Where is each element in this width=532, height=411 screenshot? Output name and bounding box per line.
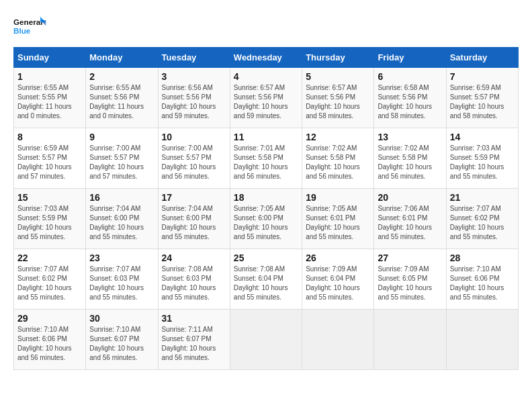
- calendar-cell: 9Sunrise: 7:00 AM Sunset: 5:57 PM Daylig…: [86, 128, 158, 189]
- calendar-table: SundayMondayTuesdayWednesdayThursdayFrid…: [13, 47, 519, 370]
- day-info: Sunrise: 7:10 AM Sunset: 6:07 PM Dayligh…: [89, 325, 154, 363]
- calendar-cell: 18Sunrise: 7:05 AM Sunset: 6:00 PM Dayli…: [230, 189, 302, 249]
- calendar-cell: 24Sunrise: 7:08 AM Sunset: 6:03 PM Dayli…: [158, 249, 230, 310]
- day-info: Sunrise: 6:56 AM Sunset: 5:56 PM Dayligh…: [162, 83, 226, 121]
- day-number: 5: [306, 71, 370, 82]
- day-info: Sunrise: 6:57 AM Sunset: 5:56 PM Dayligh…: [306, 83, 370, 121]
- day-number: 21: [450, 192, 515, 203]
- day-number: 9: [89, 132, 154, 142]
- day-info: Sunrise: 7:02 AM Sunset: 5:58 PM Dayligh…: [306, 144, 370, 181]
- day-info: Sunrise: 6:57 AM Sunset: 5:56 PM Dayligh…: [234, 83, 298, 121]
- svg-text:Blue: Blue: [13, 26, 31, 35]
- calendar-cell: 21Sunrise: 7:07 AM Sunset: 6:02 PM Dayli…: [446, 189, 518, 249]
- calendar-cell: 20Sunrise: 7:06 AM Sunset: 6:01 PM Dayli…: [374, 189, 446, 249]
- weekday-header: Sunday: [14, 48, 86, 68]
- calendar-cell: [302, 310, 374, 370]
- day-number: 4: [234, 71, 298, 82]
- calendar-week-row: 15Sunrise: 7:03 AM Sunset: 5:59 PM Dayli…: [14, 189, 519, 249]
- calendar-cell: [374, 310, 446, 370]
- calendar-cell: 15Sunrise: 7:03 AM Sunset: 5:59 PM Dayli…: [14, 189, 86, 249]
- calendar-cell: 19Sunrise: 7:05 AM Sunset: 6:01 PM Dayli…: [302, 189, 374, 249]
- calendar-cell: 8Sunrise: 6:59 AM Sunset: 5:57 PM Daylig…: [14, 128, 86, 189]
- calendar-cell: 7Sunrise: 6:59 AM Sunset: 5:57 PM Daylig…: [446, 68, 518, 128]
- page-header: General Blue: [13, 13, 519, 40]
- day-info: Sunrise: 7:00 AM Sunset: 5:57 PM Dayligh…: [89, 144, 154, 181]
- day-number: 29: [17, 313, 82, 324]
- calendar-cell: [230, 310, 302, 370]
- day-info: Sunrise: 7:00 AM Sunset: 5:57 PM Dayligh…: [162, 144, 226, 181]
- day-info: Sunrise: 7:07 AM Sunset: 6:02 PM Dayligh…: [450, 204, 515, 242]
- day-number: 28: [450, 253, 515, 263]
- calendar-cell: 31Sunrise: 7:11 AM Sunset: 6:07 PM Dayli…: [158, 310, 230, 370]
- day-number: 23: [89, 253, 154, 263]
- day-info: Sunrise: 7:05 AM Sunset: 6:00 PM Dayligh…: [234, 204, 298, 242]
- day-number: 15: [17, 192, 82, 203]
- calendar-cell: 29Sunrise: 7:10 AM Sunset: 6:06 PM Dayli…: [14, 310, 86, 370]
- day-info: Sunrise: 7:03 AM Sunset: 5:59 PM Dayligh…: [17, 204, 82, 242]
- day-info: Sunrise: 6:59 AM Sunset: 5:57 PM Dayligh…: [17, 144, 82, 181]
- calendar-cell: 17Sunrise: 7:04 AM Sunset: 6:00 PM Dayli…: [158, 189, 230, 249]
- day-number: 7: [450, 71, 515, 82]
- day-number: 17: [162, 192, 226, 203]
- day-info: Sunrise: 7:11 AM Sunset: 6:07 PM Dayligh…: [162, 325, 226, 363]
- weekday-header: Saturday: [446, 48, 518, 68]
- logo: General Blue: [13, 13, 47, 40]
- day-number: 26: [306, 253, 370, 263]
- day-info: Sunrise: 6:55 AM Sunset: 5:55 PM Dayligh…: [17, 83, 82, 121]
- weekday-header: Wednesday: [230, 48, 302, 68]
- day-info: Sunrise: 7:08 AM Sunset: 6:04 PM Dayligh…: [234, 265, 298, 302]
- day-number: 25: [234, 253, 298, 263]
- calendar-cell: 28Sunrise: 7:10 AM Sunset: 6:06 PM Dayli…: [446, 249, 518, 310]
- weekday-header: Tuesday: [158, 48, 230, 68]
- day-number: 19: [306, 192, 370, 203]
- day-number: 6: [378, 71, 442, 82]
- day-info: Sunrise: 7:07 AM Sunset: 6:03 PM Dayligh…: [89, 265, 154, 302]
- day-info: Sunrise: 7:06 AM Sunset: 6:01 PM Dayligh…: [378, 204, 442, 242]
- calendar-week-row: 8Sunrise: 6:59 AM Sunset: 5:57 PM Daylig…: [14, 128, 519, 189]
- calendar-cell: 10Sunrise: 7:00 AM Sunset: 5:57 PM Dayli…: [158, 128, 230, 189]
- calendar-cell: 6Sunrise: 6:58 AM Sunset: 5:56 PM Daylig…: [374, 68, 446, 128]
- day-number: 3: [162, 71, 226, 82]
- svg-text:General: General: [13, 17, 42, 26]
- calendar-cell: 25Sunrise: 7:08 AM Sunset: 6:04 PM Dayli…: [230, 249, 302, 310]
- day-info: Sunrise: 6:59 AM Sunset: 5:57 PM Dayligh…: [450, 83, 515, 121]
- day-number: 22: [17, 253, 82, 263]
- day-info: Sunrise: 7:08 AM Sunset: 6:03 PM Dayligh…: [162, 265, 226, 302]
- day-number: 18: [234, 192, 298, 203]
- calendar-cell: 1Sunrise: 6:55 AM Sunset: 5:55 PM Daylig…: [14, 68, 86, 128]
- calendar-cell: 11Sunrise: 7:01 AM Sunset: 5:58 PM Dayli…: [230, 128, 302, 189]
- calendar-week-row: 29Sunrise: 7:10 AM Sunset: 6:06 PM Dayli…: [14, 310, 519, 370]
- day-info: Sunrise: 6:55 AM Sunset: 5:56 PM Dayligh…: [89, 83, 154, 121]
- calendar-cell: 23Sunrise: 7:07 AM Sunset: 6:03 PM Dayli…: [86, 249, 158, 310]
- day-number: 14: [450, 132, 515, 142]
- calendar-cell: 16Sunrise: 7:04 AM Sunset: 6:00 PM Dayli…: [86, 189, 158, 249]
- day-info: Sunrise: 7:01 AM Sunset: 5:58 PM Dayligh…: [234, 144, 298, 181]
- day-number: 8: [17, 132, 82, 142]
- day-number: 27: [378, 253, 442, 263]
- calendar-cell: 14Sunrise: 7:03 AM Sunset: 5:59 PM Dayli…: [446, 128, 518, 189]
- day-number: 10: [162, 132, 226, 142]
- day-info: Sunrise: 7:04 AM Sunset: 6:00 PM Dayligh…: [162, 204, 226, 242]
- day-number: 30: [89, 313, 154, 324]
- day-number: 24: [162, 253, 226, 263]
- weekday-header: Monday: [86, 48, 158, 68]
- calendar-cell: 4Sunrise: 6:57 AM Sunset: 5:56 PM Daylig…: [230, 68, 302, 128]
- day-info: Sunrise: 7:07 AM Sunset: 6:02 PM Dayligh…: [17, 265, 82, 302]
- day-info: Sunrise: 6:58 AM Sunset: 5:56 PM Dayligh…: [378, 83, 442, 121]
- calendar-cell: 3Sunrise: 6:56 AM Sunset: 5:56 PM Daylig…: [158, 68, 230, 128]
- day-number: 11: [234, 132, 298, 142]
- day-info: Sunrise: 7:05 AM Sunset: 6:01 PM Dayligh…: [306, 204, 370, 242]
- day-number: 31: [162, 313, 226, 324]
- calendar-cell: 13Sunrise: 7:02 AM Sunset: 5:58 PM Dayli…: [374, 128, 446, 189]
- day-info: Sunrise: 7:10 AM Sunset: 6:06 PM Dayligh…: [450, 265, 515, 302]
- calendar-cell: 5Sunrise: 6:57 AM Sunset: 5:56 PM Daylig…: [302, 68, 374, 128]
- calendar-cell: [446, 310, 518, 370]
- calendar-cell: 2Sunrise: 6:55 AM Sunset: 5:56 PM Daylig…: [86, 68, 158, 128]
- day-number: 13: [378, 132, 442, 142]
- day-info: Sunrise: 7:10 AM Sunset: 6:06 PM Dayligh…: [17, 325, 82, 363]
- day-number: 2: [89, 71, 154, 82]
- weekday-header: Thursday: [302, 48, 374, 68]
- calendar-cell: 27Sunrise: 7:09 AM Sunset: 6:05 PM Dayli…: [374, 249, 446, 310]
- day-info: Sunrise: 7:04 AM Sunset: 6:00 PM Dayligh…: [89, 204, 154, 242]
- calendar-week-row: 22Sunrise: 7:07 AM Sunset: 6:02 PM Dayli…: [14, 249, 519, 310]
